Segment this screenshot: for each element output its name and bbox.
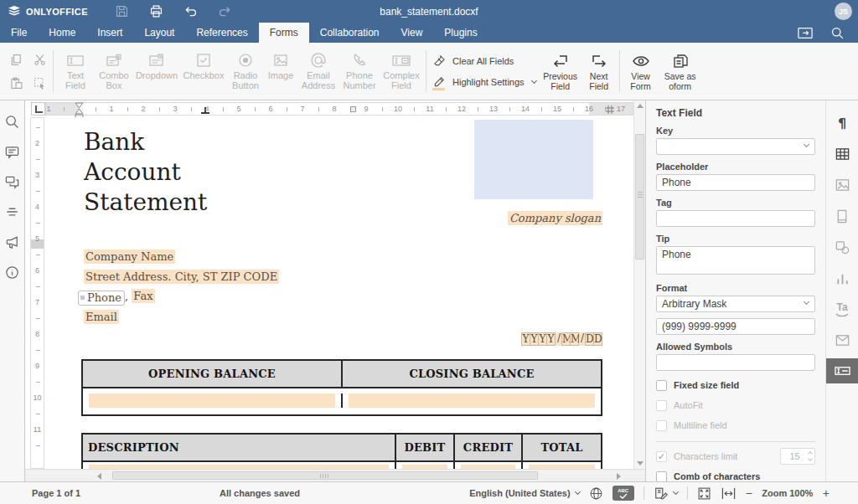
logo-image-placeholder[interactable] [474, 120, 593, 199]
tab-insert[interactable]: Insert [86, 23, 133, 43]
opening-balance-field[interactable] [89, 393, 335, 408]
track-changes-button[interactable] [654, 486, 678, 501]
mask-input[interactable] [656, 318, 815, 335]
find-icon[interactable] [4, 114, 20, 130]
search-icon[interactable] [830, 26, 845, 40]
view-form-button[interactable]: View Form [623, 43, 659, 100]
combo-box-button[interactable]: Combo Box [95, 43, 133, 100]
field-handle[interactable] [80, 296, 85, 300]
spell-check-icon[interactable]: ABC [612, 486, 634, 501]
tab-home[interactable]: Home [38, 23, 86, 43]
characters-limit-spinner[interactable]: 15 [780, 448, 815, 465]
tab-references[interactable]: References [185, 23, 258, 43]
spinner-up-icon[interactable] [808, 451, 813, 456]
text-field-button[interactable]: Text Field [56, 43, 95, 100]
tab-stop-selector[interactable] [31, 102, 45, 116]
tab-plugins[interactable]: Plugins [433, 23, 488, 43]
tag-input[interactable] [656, 210, 815, 227]
fit-page-icon[interactable] [697, 486, 711, 501]
next-field-button[interactable]: Next Field [581, 43, 617, 100]
radio-button-button[interactable]: Radio Button [227, 43, 264, 100]
image-field-button[interactable]: Image [264, 43, 297, 100]
scroll-left-arrow[interactable] [97, 473, 101, 480]
table-grid-marker[interactable] [606, 105, 614, 114]
scroll-right-arrow[interactable] [617, 473, 621, 480]
chat-icon[interactable] [4, 174, 20, 190]
company-slogan-field[interactable]: Company slogan [508, 211, 602, 225]
language-selector[interactable]: English (United States) [469, 488, 579, 498]
email-field[interactable]: Email [84, 310, 119, 324]
text-art-settings-icon[interactable]: Ta [826, 301, 858, 317]
page-indicator[interactable]: Page 1 of 1 [32, 488, 80, 498]
vertical-scroll-thumb[interactable] [635, 134, 644, 260]
save-as-oform-button[interactable]: Save as oform [659, 43, 701, 100]
checkbox-box[interactable] [656, 400, 667, 411]
scroll-up-arrow[interactable] [637, 104, 644, 108]
copy-icon[interactable] [5, 49, 27, 70]
spinner-down-icon[interactable] [808, 456, 813, 461]
shape-settings-icon[interactable] [826, 239, 858, 255]
closing-balance-field[interactable] [349, 393, 595, 408]
navigation-icon[interactable] [4, 204, 20, 220]
vertical-ruler[interactable]: 1234567891011 [30, 117, 44, 469]
email-address-button[interactable]: Email Address [297, 43, 339, 100]
placeholder-input[interactable] [656, 174, 815, 191]
comments-icon[interactable] [4, 144, 20, 160]
horizontal-ruler[interactable]: 1 1234567891011121314151617 [45, 102, 633, 116]
right-indent-marker[interactable] [350, 106, 356, 112]
tab-file[interactable]: File [0, 23, 38, 43]
scroll-down-arrow[interactable] [637, 461, 644, 465]
zoom-in-button[interactable]: + [823, 486, 830, 500]
phone-number-button[interactable]: Phone Number [339, 43, 380, 100]
tab-collaboration[interactable]: Collaboration [309, 23, 390, 43]
allowed-symbols-input[interactable] [656, 354, 815, 371]
cut-icon[interactable] [28, 49, 50, 70]
horizontal-scroll-thumb[interactable] [112, 471, 538, 480]
vertical-scrollbar[interactable] [633, 100, 645, 469]
previous-field-button[interactable]: Previous Field [540, 43, 581, 100]
print-icon[interactable] [149, 4, 163, 18]
set-language-globe-icon[interactable] [589, 486, 603, 501]
key-select[interactable] [656, 138, 815, 155]
paragraph-settings-icon[interactable]: ¶ [826, 115, 858, 131]
zoom-out-button[interactable]: − [746, 486, 752, 500]
select-tool-icon[interactable] [28, 72, 50, 94]
complex-field-button[interactable]: Complex Field [380, 43, 423, 100]
tab-forms[interactable]: Forms [259, 23, 309, 43]
horizontal-scrollbar[interactable] [25, 469, 645, 481]
form-settings-icon[interactable] [826, 358, 858, 383]
autofit-checkbox[interactable]: AutoFit [656, 399, 815, 411]
save-icon[interactable] [115, 4, 129, 18]
phone-field-selected[interactable]: Phone [78, 291, 125, 306]
checkbox-box[interactable] [656, 451, 667, 462]
image-settings-icon[interactable] [826, 177, 858, 193]
multiline-field-checkbox[interactable]: Multiline field [656, 419, 815, 431]
table-settings-icon[interactable] [826, 146, 858, 162]
comb-of-characters-checkbox[interactable]: Comb of characters [656, 471, 815, 481]
tab-view[interactable]: View [390, 23, 434, 43]
undo-icon[interactable] [183, 4, 198, 18]
format-select[interactable]: Arbitrary Mask [656, 296, 815, 312]
company-name-field[interactable]: Company Name [84, 249, 175, 264]
about-icon[interactable] [4, 265, 20, 280]
clear-all-fields-button[interactable]: Clear All Fields [432, 54, 536, 68]
checkbox-button[interactable]: Checkbox [180, 43, 227, 100]
user-avatar[interactable]: JS [835, 3, 852, 20]
checkbox-box[interactable] [656, 471, 667, 482]
feedback-icon[interactable] [4, 234, 20, 250]
redo-icon[interactable] [218, 4, 232, 18]
fax-field[interactable]: Fax [132, 289, 154, 303]
document-page[interactable]: Bank Account Statement Company slogan Co… [45, 117, 633, 469]
fixed-size-field-checkbox[interactable]: Fixed size field [656, 379, 815, 391]
checkbox-box[interactable] [656, 380, 667, 391]
street-address-field[interactable]: Street Address. City, ST ZIP CODE [84, 270, 279, 284]
highlight-settings-button[interactable]: Highlight Settings [432, 75, 536, 89]
open-file-location-icon[interactable] [797, 25, 814, 40]
tip-input[interactable]: Phone [656, 246, 815, 275]
dropdown-button[interactable]: Dropdown [133, 43, 180, 100]
characters-limit-checkbox[interactable]: Characters limit 15 [656, 450, 815, 462]
mail-merge-icon[interactable] [826, 332, 858, 348]
chart-settings-icon[interactable] [826, 270, 858, 286]
tab-layout[interactable]: Layout [133, 23, 185, 43]
paste-icon[interactable] [5, 72, 27, 94]
